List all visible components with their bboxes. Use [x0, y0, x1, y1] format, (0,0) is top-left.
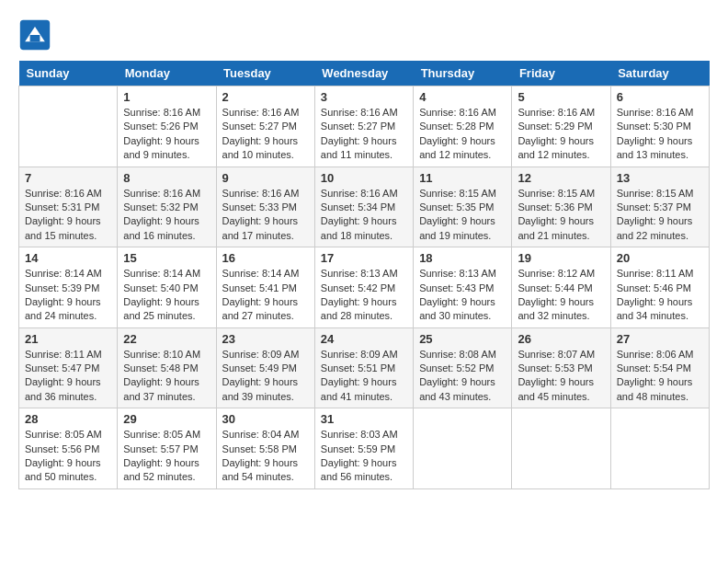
day-info: Sunrise: 8:14 AM Sunset: 5:41 PM Dayligh…	[222, 268, 300, 321]
calendar-cell: 12Sunrise: 8:15 AM Sunset: 5:36 PM Dayli…	[512, 167, 610, 247]
day-info: Sunrise: 8:09 AM Sunset: 5:49 PM Dayligh…	[222, 349, 300, 402]
calendar-cell: 29Sunrise: 8:05 AM Sunset: 5:57 PM Dayli…	[118, 408, 216, 489]
day-info: Sunrise: 8:15 AM Sunset: 5:37 PM Dayligh…	[617, 188, 694, 241]
day-info: Sunrise: 8:16 AM Sunset: 5:30 PM Dayligh…	[617, 107, 694, 160]
day-header-friday: Friday	[512, 61, 610, 86]
day-number: 29	[123, 412, 210, 426]
calendar-cell: 25Sunrise: 8:08 AM Sunset: 5:52 PM Dayli…	[414, 327, 512, 408]
calendar-cell	[414, 408, 512, 489]
day-header-sunday: Sunday	[19, 61, 118, 86]
day-number: 14	[25, 251, 111, 265]
day-info: Sunrise: 8:04 AM Sunset: 5:58 PM Dayligh…	[222, 429, 300, 482]
day-info: Sunrise: 8:15 AM Sunset: 5:35 PM Dayligh…	[419, 188, 496, 241]
day-header-thursday: Thursday	[414, 61, 512, 86]
calendar-cell: 15Sunrise: 8:14 AM Sunset: 5:40 PM Dayli…	[118, 247, 216, 328]
day-number: 17	[321, 251, 407, 265]
day-info: Sunrise: 8:16 AM Sunset: 5:27 PM Dayligh…	[222, 107, 300, 160]
day-info: Sunrise: 8:11 AM Sunset: 5:46 PM Dayligh…	[617, 268, 694, 321]
day-number: 20	[617, 251, 703, 265]
day-info: Sunrise: 8:10 AM Sunset: 5:48 PM Dayligh…	[123, 349, 200, 402]
calendar-cell: 24Sunrise: 8:09 AM Sunset: 5:51 PM Dayli…	[314, 327, 413, 408]
day-number: 4	[419, 90, 506, 104]
day-number: 10	[321, 171, 407, 185]
day-number: 22	[123, 332, 210, 346]
day-number: 8	[123, 171, 210, 185]
calendar-cell: 20Sunrise: 8:11 AM Sunset: 5:46 PM Dayli…	[610, 247, 709, 328]
day-number: 7	[25, 171, 111, 185]
day-number: 9	[222, 171, 309, 185]
day-info: Sunrise: 8:13 AM Sunset: 5:42 PM Dayligh…	[321, 268, 398, 321]
logo	[18, 18, 55, 52]
calendar-cell: 3Sunrise: 8:16 AM Sunset: 5:27 PM Daylig…	[314, 86, 413, 167]
day-number: 6	[617, 90, 703, 104]
day-info: Sunrise: 8:12 AM Sunset: 5:44 PM Dayligh…	[518, 268, 595, 321]
week-row-1: 1Sunrise: 8:16 AM Sunset: 5:26 PM Daylig…	[19, 86, 710, 167]
day-number: 26	[518, 332, 604, 346]
calendar-cell: 1Sunrise: 8:16 AM Sunset: 5:26 PM Daylig…	[118, 86, 216, 167]
day-info: Sunrise: 8:05 AM Sunset: 5:57 PM Dayligh…	[123, 429, 200, 482]
day-header-monday: Monday	[118, 61, 216, 86]
calendar-cell: 21Sunrise: 8:11 AM Sunset: 5:47 PM Dayli…	[19, 327, 118, 408]
day-number: 28	[25, 412, 111, 426]
calendar-cell: 7Sunrise: 8:16 AM Sunset: 5:31 PM Daylig…	[19, 167, 118, 247]
calendar-cell: 19Sunrise: 8:12 AM Sunset: 5:44 PM Dayli…	[512, 247, 610, 328]
calendar-cell: 30Sunrise: 8:04 AM Sunset: 5:58 PM Dayli…	[216, 408, 314, 489]
calendar-cell: 2Sunrise: 8:16 AM Sunset: 5:27 PM Daylig…	[216, 86, 314, 167]
week-row-3: 14Sunrise: 8:14 AM Sunset: 5:39 PM Dayli…	[19, 247, 710, 328]
day-header-saturday: Saturday	[610, 61, 709, 86]
day-info: Sunrise: 8:16 AM Sunset: 5:27 PM Dayligh…	[321, 107, 398, 160]
calendar-cell	[610, 408, 709, 489]
day-number: 5	[518, 90, 604, 104]
day-number: 15	[123, 251, 210, 265]
day-info: Sunrise: 8:16 AM Sunset: 5:29 PM Dayligh…	[518, 107, 595, 160]
day-info: Sunrise: 8:16 AM Sunset: 5:34 PM Dayligh…	[321, 188, 398, 241]
week-row-5: 28Sunrise: 8:05 AM Sunset: 5:56 PM Dayli…	[19, 408, 710, 489]
page-header	[18, 18, 710, 52]
logo-icon	[18, 18, 51, 52]
day-number: 18	[419, 251, 506, 265]
days-header-row: SundayMondayTuesdayWednesdayThursdayFrid…	[19, 61, 710, 86]
calendar-cell: 26Sunrise: 8:07 AM Sunset: 5:53 PM Dayli…	[512, 327, 610, 408]
day-number: 27	[617, 332, 703, 346]
day-info: Sunrise: 8:05 AM Sunset: 5:56 PM Dayligh…	[25, 429, 102, 482]
day-info: Sunrise: 8:13 AM Sunset: 5:43 PM Dayligh…	[419, 268, 496, 321]
day-number: 19	[518, 251, 604, 265]
day-info: Sunrise: 8:09 AM Sunset: 5:51 PM Dayligh…	[321, 349, 398, 402]
day-number: 3	[321, 90, 407, 104]
day-number: 25	[419, 332, 506, 346]
calendar-cell: 8Sunrise: 8:16 AM Sunset: 5:32 PM Daylig…	[118, 167, 216, 247]
calendar-cell	[512, 408, 610, 489]
week-row-2: 7Sunrise: 8:16 AM Sunset: 5:31 PM Daylig…	[19, 167, 710, 247]
calendar-cell: 9Sunrise: 8:16 AM Sunset: 5:33 PM Daylig…	[216, 167, 314, 247]
calendar-cell: 17Sunrise: 8:13 AM Sunset: 5:42 PM Dayli…	[314, 247, 413, 328]
day-info: Sunrise: 8:14 AM Sunset: 5:39 PM Dayligh…	[25, 268, 102, 321]
calendar-cell: 16Sunrise: 8:14 AM Sunset: 5:41 PM Dayli…	[216, 247, 314, 328]
day-info: Sunrise: 8:14 AM Sunset: 5:40 PM Dayligh…	[123, 268, 200, 321]
calendar-cell: 28Sunrise: 8:05 AM Sunset: 5:56 PM Dayli…	[19, 408, 118, 489]
day-header-tuesday: Tuesday	[216, 61, 314, 86]
day-number: 11	[419, 171, 506, 185]
day-info: Sunrise: 8:16 AM Sunset: 5:32 PM Dayligh…	[123, 188, 200, 241]
day-info: Sunrise: 8:16 AM Sunset: 5:28 PM Dayligh…	[419, 107, 496, 160]
day-header-wednesday: Wednesday	[314, 61, 413, 86]
calendar-table: SundayMondayTuesdayWednesdayThursdayFrid…	[18, 61, 710, 489]
calendar-cell: 11Sunrise: 8:15 AM Sunset: 5:35 PM Dayli…	[414, 167, 512, 247]
day-number: 13	[617, 171, 703, 185]
calendar-cell: 31Sunrise: 8:03 AM Sunset: 5:59 PM Dayli…	[314, 408, 413, 489]
calendar-cell	[19, 86, 118, 167]
calendar-cell: 10Sunrise: 8:16 AM Sunset: 5:34 PM Dayli…	[314, 167, 413, 247]
calendar-cell: 13Sunrise: 8:15 AM Sunset: 5:37 PM Dayli…	[610, 167, 709, 247]
week-row-4: 21Sunrise: 8:11 AM Sunset: 5:47 PM Dayli…	[19, 327, 710, 408]
calendar-cell: 23Sunrise: 8:09 AM Sunset: 5:49 PM Dayli…	[216, 327, 314, 408]
day-number: 1	[123, 90, 210, 104]
calendar-cell: 6Sunrise: 8:16 AM Sunset: 5:30 PM Daylig…	[610, 86, 709, 167]
day-info: Sunrise: 8:07 AM Sunset: 5:53 PM Dayligh…	[518, 349, 595, 402]
calendar-cell: 4Sunrise: 8:16 AM Sunset: 5:28 PM Daylig…	[414, 86, 512, 167]
day-number: 30	[222, 412, 309, 426]
day-number: 12	[518, 171, 604, 185]
day-number: 21	[25, 332, 111, 346]
calendar-cell: 14Sunrise: 8:14 AM Sunset: 5:39 PM Dayli…	[19, 247, 118, 328]
calendar-cell: 18Sunrise: 8:13 AM Sunset: 5:43 PM Dayli…	[414, 247, 512, 328]
day-info: Sunrise: 8:16 AM Sunset: 5:26 PM Dayligh…	[123, 107, 200, 160]
day-number: 31	[321, 412, 407, 426]
